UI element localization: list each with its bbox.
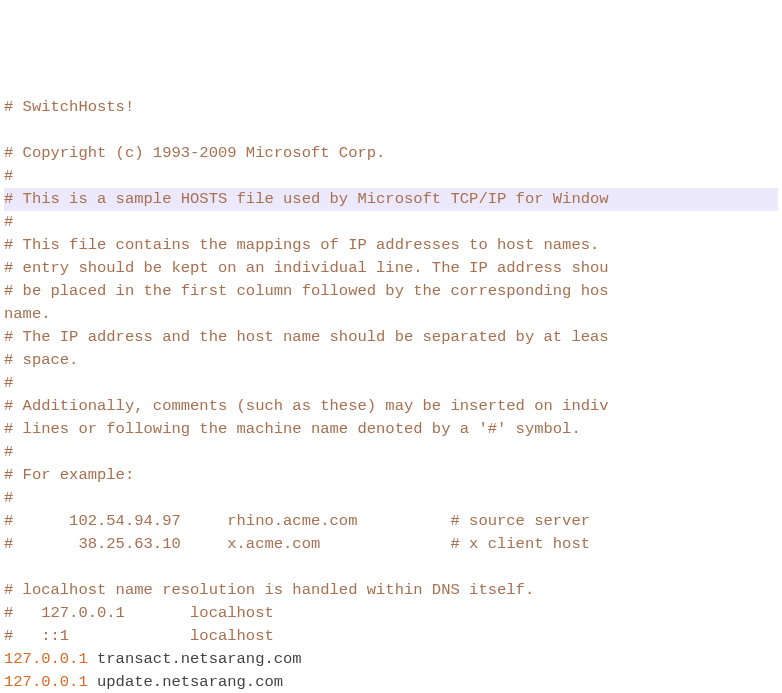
ip-address: 127.0.0.1 — [4, 650, 88, 668]
hosts-comment-line: # space. — [4, 351, 78, 369]
hosts-comment-line: # ::1 localhost — [4, 627, 274, 645]
hosts-entry: 127.0.0.1 transact.netsarang.com — [4, 650, 302, 668]
hosts-comment-line: # be placed in the first column followed… — [4, 282, 609, 300]
hosts-comment-line: # 127.0.0.1 localhost — [4, 604, 274, 622]
hosts-comment-line: # — [4, 443, 13, 461]
hosts-comment-line: # This is a sample HOSTS file used by Mi… — [4, 190, 609, 208]
hosts-comment-line: # lines or following the machine name de… — [4, 420, 581, 438]
hosts-comment-line: # The IP address and the host name shoul… — [4, 328, 609, 346]
hosts-comment-line: # Copyright (c) 1993-2009 Microsoft Corp… — [4, 144, 385, 162]
hosts-comment-line: # For example: — [4, 466, 134, 484]
hosts-comment-line: # This file contains the mappings of IP … — [4, 236, 609, 254]
hosts-comment-line: # SwitchHosts! — [4, 98, 134, 116]
hosts-comment-line: # entry should be kept on an individual … — [4, 259, 609, 277]
hosts-comment-line: # — [4, 374, 13, 392]
hosts-comment-line: # — [4, 167, 13, 185]
hosts-comment-line: # 38.25.63.10 x.acme.com # x client host — [4, 535, 590, 553]
host-name: update.netsarang.com — [88, 673, 283, 691]
hosts-comment-line: # — [4, 489, 13, 507]
host-name: transact.netsarang.com — [88, 650, 302, 668]
hosts-comment-line: # — [4, 213, 13, 231]
highlighted-line: # This is a sample HOSTS file used by Mi… — [4, 188, 778, 211]
hosts-comment-line: # localhost name resolution is handled w… — [4, 581, 534, 599]
hosts-comment-line: name. — [4, 305, 51, 323]
hosts-comment-line: # Additionally, comments (such as these)… — [4, 397, 609, 415]
hosts-comment-line: # 102.54.94.97 rhino.acme.com # source s… — [4, 512, 590, 530]
ip-address: 127.0.0.1 — [4, 673, 88, 691]
hosts-entry: 127.0.0.1 update.netsarang.com — [4, 673, 283, 691]
